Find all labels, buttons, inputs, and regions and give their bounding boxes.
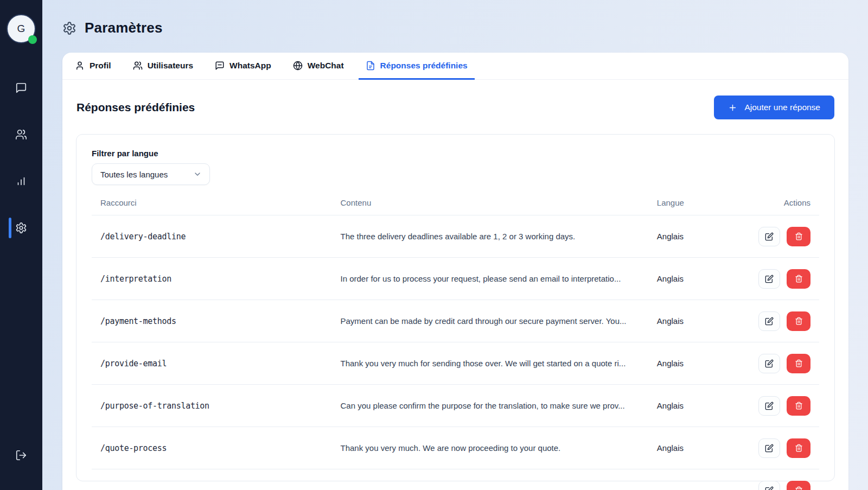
language-cell: Anglais xyxy=(648,232,736,241)
delete-button[interactable] xyxy=(787,269,810,289)
row-actions xyxy=(744,396,810,416)
responses-panel: Filtrer par langue Toutes les langues Ra… xyxy=(76,134,835,481)
tab-label: Profil xyxy=(90,61,111,71)
table-row: /quote-process Thank you very much. We a… xyxy=(92,427,819,469)
edit-button[interactable] xyxy=(758,311,780,331)
shortcut-cell: /purpose-of-translation xyxy=(92,401,332,411)
language-cell: Anglais xyxy=(648,443,736,453)
bar-chart-icon xyxy=(15,175,27,187)
edit-pencil-icon xyxy=(765,444,774,453)
language-select-value: Toutes les langues xyxy=(100,170,168,179)
logout-button[interactable] xyxy=(0,444,42,466)
row-actions xyxy=(744,269,810,289)
row-actions xyxy=(744,438,810,458)
sidebar-item-contacts[interactable] xyxy=(0,124,42,145)
delete-button[interactable] xyxy=(787,227,810,246)
table-header: Raccourci Contenu Langue Actions xyxy=(92,198,819,215)
chat-icon xyxy=(15,82,27,94)
sidebar-item-analytics[interactable] xyxy=(0,170,42,192)
tab-bar: Profil Utilisateurs WhatsApp WebChat xyxy=(62,53,848,80)
shortcut-cell: /payment-methods xyxy=(92,316,332,326)
delete-button[interactable] xyxy=(787,438,810,458)
column-header-contenu: Contenu xyxy=(332,198,648,207)
table-row: /payment-methods Payment can be made by … xyxy=(92,300,819,342)
edit-button[interactable] xyxy=(758,354,780,373)
row-actions xyxy=(744,354,810,373)
page-header: Paramètres xyxy=(62,0,848,53)
tab-reponses-predefinies[interactable]: Réponses prédéfinies xyxy=(359,53,475,80)
tab-label: WhatsApp xyxy=(229,61,271,71)
trash-icon xyxy=(795,275,803,283)
edit-pencil-icon xyxy=(765,402,774,410)
column-header-raccourci: Raccourci xyxy=(92,198,332,207)
main-content: Paramètres Profil Utilisateurs Whats xyxy=(42,0,868,490)
edit-button[interactable] xyxy=(758,481,780,490)
file-text-icon xyxy=(366,61,375,71)
column-header-langue: Langue xyxy=(648,198,736,207)
section-title: Réponses prédéfinies xyxy=(76,101,195,114)
tab-webchat[interactable]: WebChat xyxy=(286,53,351,80)
filter-label: Filtrer par langue xyxy=(92,149,819,158)
delete-button[interactable] xyxy=(787,311,810,331)
edit-pencil-icon xyxy=(765,486,774,490)
delete-button[interactable] xyxy=(787,354,810,373)
tab-whatsapp[interactable]: WhatsApp xyxy=(208,53,278,80)
logout-icon xyxy=(15,449,27,461)
tab-utilisateurs[interactable]: Utilisateurs xyxy=(126,53,200,80)
edit-pencil-icon xyxy=(765,317,774,326)
tab-label: Réponses prédéfinies xyxy=(380,61,468,71)
delete-button[interactable] xyxy=(787,396,810,416)
sidebar-nav xyxy=(0,77,42,239)
edit-pencil-icon xyxy=(765,275,774,283)
shortcut-cell: /delivery-deadline xyxy=(92,232,332,241)
chevron-down-icon xyxy=(193,170,202,179)
trash-icon xyxy=(795,359,803,367)
table-row xyxy=(92,469,819,490)
page-title: Paramètres xyxy=(85,20,163,36)
tab-label: Utilisateurs xyxy=(148,61,193,71)
edit-pencil-icon xyxy=(765,359,774,368)
edit-button[interactable] xyxy=(758,396,780,416)
settings-icon xyxy=(15,222,27,234)
plus-icon xyxy=(728,103,737,112)
online-status-dot xyxy=(28,35,37,44)
sidebar-item-settings[interactable] xyxy=(0,217,42,239)
avatar[interactable]: G xyxy=(7,14,36,43)
add-response-label: Ajouter une réponse xyxy=(744,103,820,112)
user-icon xyxy=(75,61,85,71)
tab-profil[interactable]: Profil xyxy=(68,53,118,80)
responses-table: Raccourci Contenu Langue Actions /delive… xyxy=(92,198,819,490)
trash-icon xyxy=(795,402,803,410)
trash-icon xyxy=(795,444,803,452)
edit-button[interactable] xyxy=(758,438,780,458)
tab-label: WebChat xyxy=(308,61,344,71)
edit-pencil-icon xyxy=(765,232,774,241)
language-select[interactable]: Toutes les langues xyxy=(92,163,210,185)
row-actions xyxy=(744,481,810,490)
trash-icon xyxy=(795,486,803,490)
table-row: /interpretation In order for us to proce… xyxy=(92,258,819,300)
section-header: Réponses prédéfinies Ajouter une réponse xyxy=(62,80,848,134)
trash-icon xyxy=(795,317,803,325)
users-icon xyxy=(133,61,143,71)
chat-square-icon xyxy=(215,61,225,71)
shortcut-cell: /interpretation xyxy=(92,274,332,284)
add-response-button[interactable]: Ajouter une réponse xyxy=(714,96,834,119)
content-cell: Payment can be made by credit card throu… xyxy=(332,316,648,326)
delete-button[interactable] xyxy=(787,481,810,490)
row-actions xyxy=(744,227,810,246)
sidebar-item-chats[interactable] xyxy=(0,77,42,99)
column-header-actions: Actions xyxy=(736,198,819,207)
shortcut-cell: /provide-email xyxy=(92,359,332,368)
edit-button[interactable] xyxy=(758,227,780,246)
language-cell: Anglais xyxy=(648,316,736,326)
language-cell: Anglais xyxy=(648,401,736,410)
language-cell: Anglais xyxy=(648,359,736,368)
content-cell: In order for us to process your request,… xyxy=(332,274,648,283)
edit-button[interactable] xyxy=(758,269,780,289)
table-row: /purpose-of-translation Can you please c… xyxy=(92,385,819,427)
table-row: /delivery-deadline The three delivery de… xyxy=(92,215,819,258)
trash-icon xyxy=(795,232,803,240)
settings-icon xyxy=(62,21,76,35)
language-cell: Anglais xyxy=(648,274,736,283)
